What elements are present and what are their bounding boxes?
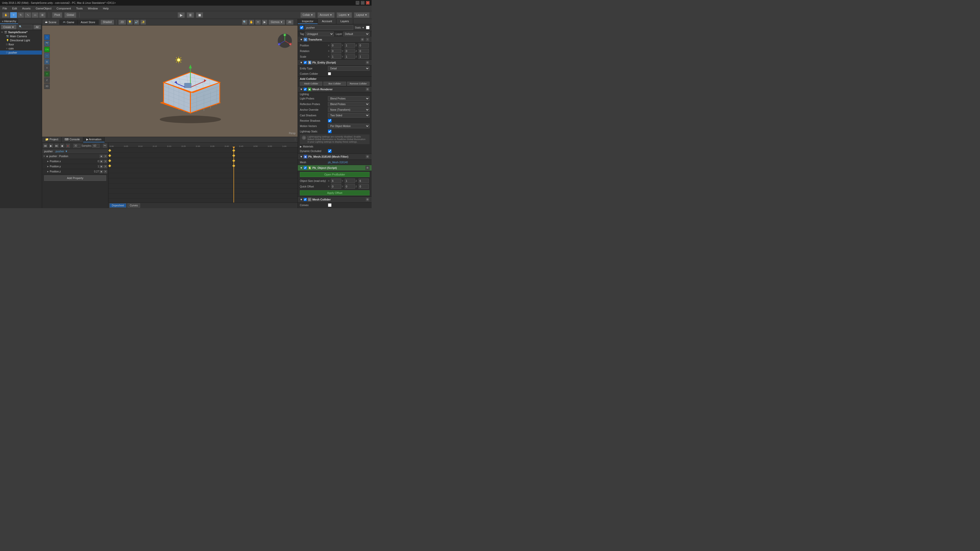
position-x-input[interactable]: [331, 43, 341, 48]
hierarchy-item-directional-light[interactable]: 💡 Directional Light: [0, 38, 42, 42]
pb-object-header[interactable]: ▼ 📜 Pb_Object (Script) ⚙: [298, 165, 372, 171]
scene-icon-2[interactable]: ✋: [248, 20, 254, 25]
menu-component[interactable]: Component: [56, 6, 72, 11]
hierarchy-item-pusher[interactable]: □ pusher: [0, 51, 42, 55]
mesh-renderer-header[interactable]: ▼ ▣ Mesh Renderer ⚙: [298, 86, 372, 92]
2d-btn[interactable]: 2D: [118, 20, 126, 25]
open-probuilder-btn[interactable]: Open ProBuilder: [300, 172, 369, 177]
custom-collider-checkbox[interactable]: [328, 72, 331, 75]
gizmos-btn[interactable]: Gizmos ▼: [269, 20, 285, 25]
remove-collider-btn[interactable]: Remove Collider: [347, 82, 369, 86]
mesh-renderer-enabled-checkbox[interactable]: [304, 88, 307, 91]
scene-icon-x[interactable]: X: [44, 65, 50, 71]
rect-tool[interactable]: ▭: [32, 12, 38, 18]
mesh-collider-settings-btn[interactable]: ⚙: [366, 197, 369, 202]
pb-entity-enabled-checkbox[interactable]: [304, 61, 307, 64]
position-z-input[interactable]: [359, 43, 369, 48]
global-btn[interactable]: Global: [64, 12, 76, 18]
mesh-filter-mesh-value[interactable]: pb_Mesh-318140: [328, 161, 369, 164]
mesh-filter-header[interactable]: ▼ ▣ Pb_Mesh-318140 (Mesh Filter) ⚙: [298, 154, 372, 160]
obj-size-x-input[interactable]: [331, 179, 341, 183]
convex-checkbox[interactable]: [328, 203, 331, 207]
inspector-tab[interactable]: Inspector: [298, 19, 318, 24]
scale-tool[interactable]: ⤡: [24, 12, 31, 18]
scale-y-input[interactable]: [345, 54, 355, 59]
track-pos-x-key-btn[interactable]: ◆: [100, 160, 103, 163]
receive-shadows-checkbox[interactable]: [328, 119, 331, 122]
layout-btn[interactable]: Layout ▼: [354, 12, 369, 18]
keyframe-1-0[interactable]: [108, 154, 111, 157]
collab-btn[interactable]: Collab ▼: [301, 12, 315, 18]
frame-value-input[interactable]: 30: [73, 144, 80, 148]
hierarchy-tab[interactable]: ≡ Hierarchy: [0, 19, 18, 24]
transform-header[interactable]: ▼ ⊕ Transform ⚙ ?: [298, 37, 372, 43]
close-btn[interactable]: ✕: [366, 1, 369, 5]
parent-expand-icon[interactable]: ▼: [43, 155, 45, 157]
scene-tab-game[interactable]: 🎮 Game: [60, 20, 78, 25]
transform-settings-btn[interactable]: ⚙: [360, 38, 364, 41]
console-tab[interactable]: ⌨ Console: [62, 137, 83, 142]
track-pos-z-key-btn[interactable]: ◆: [100, 170, 103, 173]
hierarchy-item-floor[interactable]: □ floor: [0, 42, 42, 46]
menu-edit[interactable]: Edit: [11, 6, 18, 11]
account-btn[interactable]: Account ▼: [318, 12, 334, 18]
timeline-tracks-area[interactable]: [108, 148, 298, 203]
account-tab[interactable]: Account: [318, 19, 336, 24]
multi-tool[interactable]: ⊞: [39, 12, 46, 18]
anim-resize-btn[interactable]: ⋮: [293, 137, 298, 142]
cast-shadows-dropdown[interactable]: Two Sided: [328, 113, 369, 118]
mesh-renderer-settings-btn[interactable]: ⚙: [366, 87, 369, 91]
obj-name-input[interactable]: [305, 25, 353, 30]
scene-icon-1[interactable]: 🔍: [242, 20, 248, 25]
track-pos-z-del-btn[interactable]: ✕: [103, 170, 107, 173]
keyframe-2-0[interactable]: [108, 159, 111, 162]
scene-view[interactable]: 1 📷 ON ↔ ⊞ X Y Z 3D: [42, 25, 298, 137]
lightmap-static-checkbox[interactable]: [328, 130, 331, 133]
hand-tool[interactable]: ✋: [2, 12, 10, 18]
play-btn[interactable]: ▶: [178, 12, 185, 18]
stop-btn[interactable]: ⏹: [196, 12, 203, 18]
pb-entity-header[interactable]: ▼ 📜 Pb_Entity (Script) ⚙: [298, 60, 372, 65]
hierarchy-all-btn[interactable]: All: [33, 25, 41, 29]
obj-active-checkbox[interactable]: [300, 26, 304, 29]
scene-icon-4[interactable]: ▶: [262, 20, 267, 25]
curves-btn[interactable]: Curves: [127, 203, 140, 208]
mesh-collider-enabled-checkbox[interactable]: [304, 198, 307, 201]
position-y-input[interactable]: [345, 43, 355, 48]
hierarchy-scene[interactable]: ▼ 🎬 SampleScene*: [0, 30, 42, 34]
layers-tab[interactable]: Layers: [336, 19, 353, 24]
menu-window[interactable]: Window: [87, 6, 99, 11]
box-collider-btn[interactable]: Box Collider: [323, 82, 346, 86]
static-checkbox[interactable]: [366, 26, 369, 29]
track-pos-x-del-btn[interactable]: ✕: [103, 160, 107, 163]
anim-curve-btn[interactable]: 〜: [103, 143, 107, 148]
timeline-playhead[interactable]: [234, 148, 234, 203]
materials-header[interactable]: ▶ Materials: [298, 144, 372, 148]
move-tool[interactable]: ✛: [10, 12, 17, 18]
quick-offset-z-input[interactable]: [359, 184, 369, 189]
anim-add-key-btn[interactable]: ◆: [60, 143, 65, 148]
anim-record-btn[interactable]: ●: [65, 143, 70, 148]
lights-btn[interactable]: 💡: [127, 20, 133, 25]
dynamic-occluded-checkbox[interactable]: [328, 149, 331, 153]
menu-gameobject[interactable]: GameObject: [35, 6, 52, 11]
track-pos-y-key-btn[interactable]: ◆: [100, 165, 103, 168]
anim-prev-frame-btn[interactable]: ⏮: [43, 143, 48, 148]
scene-icon-z[interactable]: Z: [44, 77, 50, 83]
mesh-collider-btn[interactable]: Mesh Collider: [300, 82, 322, 86]
scene-icon-cam[interactable]: 📷: [44, 41, 50, 46]
shaded-btn[interactable]: Shaded: [100, 20, 114, 25]
anim-play-btn[interactable]: ▶: [49, 143, 53, 148]
menu-file[interactable]: File: [2, 6, 8, 11]
scale-z-input[interactable]: [359, 54, 369, 59]
motion-vectors-dropdown[interactable]: Per Object Motion: [328, 124, 369, 128]
menu-help[interactable]: Help: [102, 6, 110, 11]
pb-object-enabled-checkbox[interactable]: [304, 166, 307, 169]
fx-btn[interactable]: ✨: [140, 20, 146, 25]
hierarchy-item-coin[interactable]: ○ coin: [0, 46, 42, 51]
entity-type-dropdown[interactable]: Detail: [328, 66, 369, 71]
pause-btn[interactable]: ⏸: [187, 12, 194, 18]
scale-x-input[interactable]: [331, 54, 341, 59]
track-pos-y-del-btn[interactable]: ✕: [103, 165, 107, 168]
all-gizmos-btn[interactable]: All: [286, 20, 293, 25]
